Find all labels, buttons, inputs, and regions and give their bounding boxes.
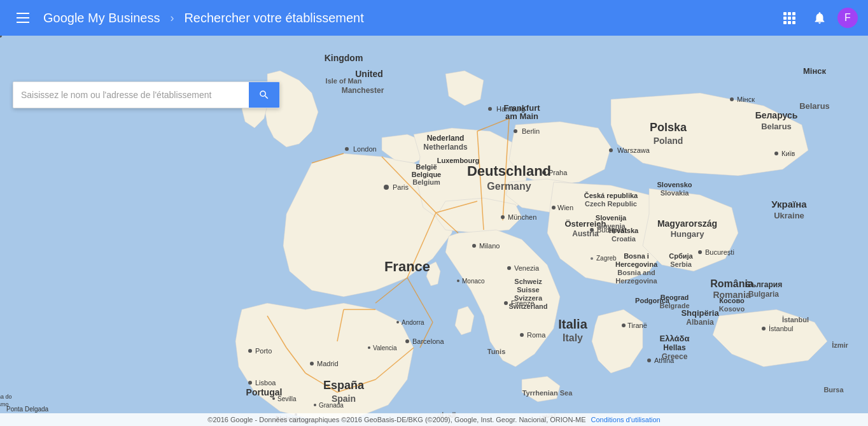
- svg-text:Ponta Delgada: Ponta Delgada: [6, 406, 49, 413]
- svg-point-72: [314, 404, 316, 406]
- svg-point-52: [457, 280, 459, 282]
- svg-text:Wien: Wien: [557, 204, 573, 211]
- svg-point-41: [248, 349, 252, 353]
- svg-text:Київ: Київ: [781, 150, 795, 157]
- conditions-link[interactable]: Conditions d'utilisation: [591, 416, 661, 423]
- breadcrumb-separator: ›: [170, 11, 174, 25]
- svg-point-74: [368, 346, 370, 349]
- svg-text:Svizzera: Svizzera: [514, 294, 543, 302]
- search-button[interactable]: [249, 82, 279, 108]
- svg-text:Czech Republic: Czech Republic: [585, 200, 637, 208]
- svg-text:Kingdom: Kingdom: [325, 53, 363, 63]
- svg-point-27: [609, 148, 613, 152]
- avatar[interactable]: F: [837, 8, 858, 28]
- svg-point-19: [345, 147, 349, 151]
- svg-point-25: [488, 107, 492, 111]
- svg-text:Slovenia: Slovenia: [596, 222, 626, 230]
- svg-point-54: [396, 321, 399, 323]
- header-actions: F: [776, 5, 858, 31]
- search-overlay: [13, 82, 280, 108]
- svg-text:Slovensko: Slovensko: [657, 181, 692, 188]
- svg-text:Praha: Praha: [549, 169, 568, 176]
- svg-text:İstanbul: İstanbul: [782, 316, 809, 323]
- svg-text:Berlin: Berlin: [522, 127, 540, 135]
- svg-text:Україна: Україна: [771, 199, 807, 209]
- svg-text:Ελλάδα: Ελλάδα: [660, 334, 690, 343]
- svg-text:Penha do: Penha do: [0, 394, 12, 400]
- waffle-button[interactable]: [776, 5, 802, 31]
- svg-point-45: [520, 333, 524, 337]
- svg-text:Serbia: Serbia: [670, 260, 692, 268]
- search-box: [13, 82, 280, 108]
- svg-point-33: [501, 215, 505, 219]
- svg-point-47: [507, 266, 511, 270]
- svg-text:Belgrade: Belgrade: [659, 302, 689, 309]
- footer-copyright: ©2016 Google - Données cartographiques ©…: [207, 416, 585, 423]
- svg-point-70: [272, 397, 275, 400]
- svg-text:Switzerland: Switzerland: [508, 302, 547, 310]
- svg-text:Belarus: Belarus: [799, 101, 830, 111]
- svg-point-62: [698, 250, 702, 254]
- svg-text:Herzegovina: Herzegovina: [615, 277, 657, 285]
- svg-text:Austria: Austria: [572, 229, 599, 238]
- menu-button[interactable]: [10, 5, 36, 31]
- svg-point-21: [384, 185, 389, 190]
- svg-text:Warszawa: Warszawa: [617, 146, 650, 154]
- svg-text:Deutschland: Deutschland: [467, 163, 551, 179]
- svg-text:Suisse: Suisse: [517, 286, 539, 294]
- svg-point-23: [514, 129, 517, 133]
- svg-text:Belgique: Belgique: [412, 171, 441, 178]
- hamburger-icon: [17, 13, 29, 23]
- notifications-button[interactable]: [807, 5, 832, 31]
- svg-text:Andorra: Andorra: [402, 319, 424, 326]
- waffle-icon: [783, 12, 795, 24]
- svg-text:Madrid: Madrid: [317, 360, 339, 367]
- svg-text:am Main: am Main: [505, 111, 538, 121]
- svg-text:Zagreb: Zagreb: [596, 255, 617, 262]
- search-input[interactable]: [13, 82, 249, 108]
- svg-text:Germany: Germany: [487, 181, 531, 192]
- svg-text:Ukraine: Ukraine: [774, 211, 804, 220]
- svg-text:Italy: Italy: [563, 332, 583, 343]
- svg-text:Hercegovina: Hercegovina: [615, 260, 658, 268]
- svg-text:Porto: Porto: [255, 347, 272, 355]
- svg-text:España: España: [323, 379, 365, 392]
- svg-text:Bursa: Bursa: [823, 386, 844, 394]
- svg-text:Albania: Albania: [686, 318, 714, 327]
- map-container[interactable]: London Paris Berlin Hamburg Warszawa Wie…: [0, 36, 868, 426]
- svg-text:Netherlands: Netherlands: [423, 143, 468, 152]
- svg-text:Valencia: Valencia: [373, 344, 397, 351]
- svg-text:България: България: [745, 280, 782, 289]
- svg-text:Manchester: Manchester: [342, 86, 384, 95]
- svg-point-68: [647, 359, 651, 362]
- svg-text:Bulgaria: Bulgaria: [748, 290, 779, 299]
- svg-text:Tiranë: Tiranë: [627, 322, 647, 329]
- svg-text:Polska: Polska: [650, 121, 687, 134]
- svg-point-50: [504, 301, 508, 305]
- svg-text:Nederland: Nederland: [427, 134, 465, 143]
- svg-text:München: München: [508, 213, 536, 221]
- svg-text:Roma: Roma: [527, 331, 546, 339]
- app-title[interactable]: Google My Business: [43, 11, 160, 25]
- search-icon: [258, 89, 270, 101]
- svg-text:Spain: Spain: [332, 394, 356, 404]
- svg-text:Belarus: Belarus: [761, 122, 792, 131]
- svg-point-35: [472, 244, 476, 248]
- svg-text:Luxembourg: Luxembourg: [437, 157, 480, 164]
- svg-text:İzmir: İzmir: [832, 341, 848, 349]
- svg-text:Косово: Косово: [719, 297, 745, 304]
- svg-point-64: [622, 323, 626, 327]
- footer-links: Conditions d'utilisation: [586, 416, 661, 423]
- svg-text:Shqipëria: Shqipëria: [681, 308, 719, 318]
- svg-point-39: [310, 362, 314, 366]
- bell-icon: [813, 11, 827, 25]
- page-subtitle: Rechercher votre établissement: [184, 11, 363, 25]
- svg-text:Slovakia: Slovakia: [661, 189, 690, 197]
- svg-text:United: United: [355, 69, 383, 79]
- svg-text:Česká republika: Česká republika: [584, 192, 638, 199]
- svg-text:Kosovo: Kosovo: [719, 305, 745, 313]
- svg-text:Croatia: Croatia: [612, 235, 636, 243]
- svg-text:İstanbul: İstanbul: [769, 325, 794, 332]
- svg-text:Lisboa: Lisboa: [255, 379, 276, 387]
- svg-text:Hungary: Hungary: [671, 229, 705, 239]
